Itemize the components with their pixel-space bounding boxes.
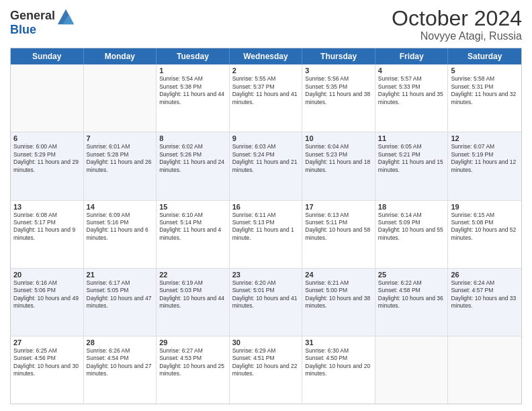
day-number: 7	[87, 134, 154, 142]
calendar-row-1: 6Sunrise: 6:00 AM Sunset: 5:29 PM Daylig…	[11, 132, 521, 200]
day-number: 16	[232, 203, 300, 211]
day-number: 12	[451, 134, 519, 142]
calendar-cell-30: 30Sunrise: 6:29 AM Sunset: 4:51 PM Dayli…	[230, 336, 303, 404]
day-number: 9	[232, 134, 300, 142]
calendar-cell-24: 24Sunrise: 6:21 AM Sunset: 5:00 PM Dayli…	[302, 269, 375, 336]
cell-details: Sunrise: 6:19 AM Sunset: 5:03 PM Dayligh…	[159, 279, 226, 310]
cell-details: Sunrise: 6:01 AM Sunset: 5:28 PM Dayligh…	[87, 143, 154, 174]
cell-details: Sunrise: 6:25 AM Sunset: 4:56 PM Dayligh…	[13, 347, 81, 378]
cell-details: Sunrise: 6:30 AM Sunset: 4:50 PM Dayligh…	[305, 347, 372, 378]
calendar-cell-4: 4Sunrise: 5:57 AM Sunset: 5:33 PM Daylig…	[375, 64, 449, 132]
page: General Blue October 2024 Novyye Atagi, …	[0, 0, 532, 411]
calendar-cell-31: 31Sunrise: 6:30 AM Sunset: 4:50 PM Dayli…	[302, 336, 375, 404]
header: General Blue October 2024 Novyye Atagi, …	[10, 7, 522, 42]
cell-details: Sunrise: 6:24 AM Sunset: 4:57 PM Dayligh…	[451, 279, 519, 310]
calendar-cell-10: 10Sunrise: 6:04 AM Sunset: 5:23 PM Dayli…	[302, 132, 375, 199]
month-title: October 2024	[392, 7, 522, 30]
cell-details: Sunrise: 6:29 AM Sunset: 4:51 PM Dayligh…	[232, 347, 300, 378]
cell-details: Sunrise: 6:05 AM Sunset: 5:21 PM Dayligh…	[378, 143, 445, 174]
weekday-header-thursday: Thursday	[302, 48, 375, 64]
calendar-cell-26: 26Sunrise: 6:24 AM Sunset: 4:57 PM Dayli…	[448, 269, 521, 336]
day-number: 3	[305, 66, 372, 75]
day-number: 20	[13, 271, 81, 279]
calendar-cell-17: 17Sunrise: 6:13 AM Sunset: 5:11 PM Dayli…	[302, 201, 375, 268]
cell-details: Sunrise: 5:55 AM Sunset: 5:37 PM Dayligh…	[232, 75, 300, 106]
cell-details: Sunrise: 6:07 AM Sunset: 5:19 PM Dayligh…	[451, 143, 519, 174]
weekday-header-tuesday: Tuesday	[157, 48, 230, 64]
day-number: 1	[159, 66, 226, 75]
cell-details: Sunrise: 6:14 AM Sunset: 5:09 PM Dayligh…	[378, 212, 445, 242]
day-number: 11	[378, 134, 445, 142]
calendar-cell-29: 29Sunrise: 6:27 AM Sunset: 4:53 PM Dayli…	[157, 336, 230, 404]
day-number: 10	[305, 134, 372, 142]
calendar-row-4: 27Sunrise: 6:25 AM Sunset: 4:56 PM Dayli…	[11, 336, 521, 404]
cell-details: Sunrise: 6:00 AM Sunset: 5:29 PM Dayligh…	[13, 143, 81, 174]
logo-general-text: General	[10, 9, 55, 22]
calendar-cell-empty	[11, 64, 84, 132]
weekday-header-saturday: Saturday	[448, 48, 521, 64]
day-number: 4	[378, 66, 445, 75]
day-number: 31	[305, 338, 372, 347]
calendar-cell-9: 9Sunrise: 6:03 AM Sunset: 5:24 PM Daylig…	[230, 132, 303, 199]
cell-details: Sunrise: 6:22 AM Sunset: 4:58 PM Dayligh…	[378, 279, 445, 310]
calendar-cell-19: 19Sunrise: 6:15 AM Sunset: 5:08 PM Dayli…	[448, 201, 521, 268]
day-number: 27	[13, 338, 81, 347]
cell-details: Sunrise: 6:26 AM Sunset: 4:54 PM Dayligh…	[87, 347, 154, 378]
day-number: 22	[159, 271, 226, 279]
calendar-cell-7: 7Sunrise: 6:01 AM Sunset: 5:28 PM Daylig…	[84, 132, 157, 199]
calendar-cell-3: 3Sunrise: 5:56 AM Sunset: 5:35 PM Daylig…	[302, 64, 375, 132]
calendar-row-3: 20Sunrise: 6:16 AM Sunset: 5:06 PM Dayli…	[11, 269, 521, 336]
calendar-cell-22: 22Sunrise: 6:19 AM Sunset: 5:03 PM Dayli…	[157, 269, 230, 336]
calendar-cell-13: 13Sunrise: 6:08 AM Sunset: 5:17 PM Dayli…	[11, 201, 84, 268]
day-number: 23	[232, 271, 300, 279]
day-number: 6	[13, 134, 81, 142]
day-number: 5	[451, 66, 519, 75]
cell-details: Sunrise: 6:27 AM Sunset: 4:53 PM Dayligh…	[159, 347, 226, 378]
calendar-cell-20: 20Sunrise: 6:16 AM Sunset: 5:06 PM Dayli…	[11, 269, 84, 336]
day-number: 28	[87, 338, 154, 347]
day-number: 13	[13, 203, 81, 211]
cell-details: Sunrise: 5:57 AM Sunset: 5:33 PM Dayligh…	[378, 75, 445, 106]
calendar-body: 1Sunrise: 5:54 AM Sunset: 5:38 PM Daylig…	[11, 64, 521, 404]
calendar-row-0: 1Sunrise: 5:54 AM Sunset: 5:38 PM Daylig…	[11, 64, 521, 132]
location-title: Novyye Atagi, Russia	[392, 30, 522, 42]
calendar-cell-empty	[375, 336, 449, 404]
cell-details: Sunrise: 6:04 AM Sunset: 5:23 PM Dayligh…	[305, 143, 372, 174]
cell-details: Sunrise: 6:16 AM Sunset: 5:06 PM Dayligh…	[13, 279, 81, 310]
calendar: SundayMondayTuesdayWednesdayThursdayFrid…	[10, 48, 522, 404]
cell-details: Sunrise: 5:56 AM Sunset: 5:35 PM Dayligh…	[305, 75, 372, 106]
logo: General Blue	[10, 7, 75, 37]
cell-details: Sunrise: 5:58 AM Sunset: 5:31 PM Dayligh…	[451, 75, 519, 106]
cell-details: Sunrise: 6:20 AM Sunset: 5:01 PM Dayligh…	[232, 279, 300, 310]
day-number: 15	[159, 203, 226, 211]
cell-details: Sunrise: 6:17 AM Sunset: 5:05 PM Dayligh…	[87, 279, 154, 310]
day-number: 30	[232, 338, 300, 347]
calendar-cell-empty	[84, 64, 157, 132]
calendar-cell-21: 21Sunrise: 6:17 AM Sunset: 5:05 PM Dayli…	[84, 269, 157, 336]
day-number: 26	[451, 271, 519, 279]
day-number: 19	[451, 203, 519, 211]
calendar-cell-27: 27Sunrise: 6:25 AM Sunset: 4:56 PM Dayli…	[11, 336, 84, 404]
day-number: 18	[378, 203, 445, 211]
cell-details: Sunrise: 6:11 AM Sunset: 5:13 PM Dayligh…	[232, 212, 300, 242]
weekday-header-monday: Monday	[84, 48, 157, 64]
calendar-row-2: 13Sunrise: 6:08 AM Sunset: 5:17 PM Dayli…	[11, 201, 521, 269]
calendar-cell-8: 8Sunrise: 6:02 AM Sunset: 5:26 PM Daylig…	[157, 132, 230, 199]
day-number: 24	[305, 271, 372, 279]
calendar-header: SundayMondayTuesdayWednesdayThursdayFrid…	[11, 48, 521, 64]
cell-details: Sunrise: 6:03 AM Sunset: 5:24 PM Dayligh…	[232, 143, 300, 174]
cell-details: Sunrise: 6:02 AM Sunset: 5:26 PM Dayligh…	[159, 143, 226, 174]
calendar-cell-6: 6Sunrise: 6:00 AM Sunset: 5:29 PM Daylig…	[11, 132, 84, 199]
weekday-header-wednesday: Wednesday	[230, 48, 303, 64]
calendar-cell-12: 12Sunrise: 6:07 AM Sunset: 5:19 PM Dayli…	[448, 132, 521, 199]
cell-details: Sunrise: 6:21 AM Sunset: 5:00 PM Dayligh…	[305, 279, 372, 310]
day-number: 17	[305, 203, 372, 211]
weekday-header-friday: Friday	[375, 48, 449, 64]
cell-details: Sunrise: 5:54 AM Sunset: 5:38 PM Dayligh…	[159, 75, 226, 106]
calendar-cell-empty	[448, 336, 521, 404]
cell-details: Sunrise: 6:08 AM Sunset: 5:17 PM Dayligh…	[13, 212, 81, 242]
calendar-cell-18: 18Sunrise: 6:14 AM Sunset: 5:09 PM Dayli…	[375, 201, 449, 268]
calendar-cell-14: 14Sunrise: 6:09 AM Sunset: 5:16 PM Dayli…	[84, 201, 157, 268]
calendar-cell-16: 16Sunrise: 6:11 AM Sunset: 5:13 PM Dayli…	[230, 201, 303, 268]
calendar-cell-15: 15Sunrise: 6:10 AM Sunset: 5:14 PM Dayli…	[157, 201, 230, 268]
